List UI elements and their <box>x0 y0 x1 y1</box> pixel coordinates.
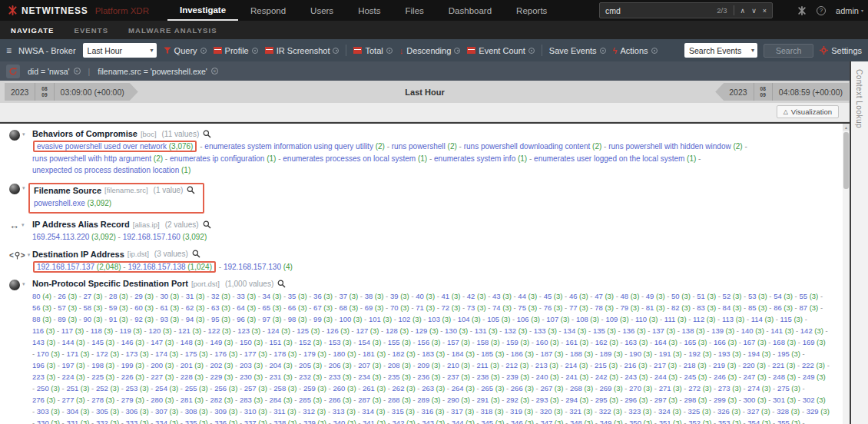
value-count[interactable]: (3) <box>608 338 618 346</box>
value-count[interactable]: (3) <box>434 384 445 393</box>
port-value-item[interactable]: 229 (3) <box>210 373 233 381</box>
port-value[interactable]: 33 <box>237 292 245 300</box>
port-value-item[interactable]: 97 (3) <box>263 315 282 323</box>
port-value-item[interactable]: 51 (3) <box>697 292 716 300</box>
port-value-item[interactable]: 342 (3) <box>393 419 416 424</box>
value-count[interactable]: (3) <box>311 338 322 346</box>
port-value[interactable]: 168 <box>773 338 785 346</box>
scroll-up-icon[interactable]: ▲ <box>843 124 850 131</box>
value-count[interactable]: (3) <box>197 349 207 358</box>
port-value[interactable]: 247 <box>744 373 756 381</box>
port-value[interactable]: 122 <box>208 326 220 335</box>
port-value-item[interactable]: 135 (3) <box>593 326 616 335</box>
port-value[interactable]: 129 <box>416 326 428 335</box>
port-value-item[interactable]: 75 (3) <box>518 303 537 312</box>
port-value-item[interactable]: 355 (3) <box>777 419 800 424</box>
port-value-item[interactable]: 310 (3) <box>244 407 267 416</box>
port-value-item[interactable]: 233 (3) <box>329 373 352 381</box>
port-value-item[interactable]: 37 (3) <box>339 292 358 300</box>
value-count[interactable]: (3) <box>449 292 460 300</box>
port-value[interactable]: 228 <box>181 373 193 381</box>
value-count[interactable]: (3) <box>296 303 306 312</box>
remove-filter-icon[interactable]: × <box>211 68 218 75</box>
port-value[interactable]: 320 <box>540 407 552 416</box>
value-count[interactable]: (3) <box>163 361 174 369</box>
port-value[interactable]: 286 <box>329 396 341 404</box>
value-count[interactable]: (3) <box>370 361 381 369</box>
port-value-item[interactable]: 100 (3) <box>339 315 362 323</box>
port-value-item[interactable]: 304 (3) <box>66 407 89 416</box>
port-value[interactable]: 75 <box>518 303 526 312</box>
port-value-item[interactable]: 209 (3) <box>417 361 440 369</box>
port-value[interactable]: 82 <box>671 303 680 312</box>
value-count[interactable]: (3) <box>666 361 677 369</box>
value-count[interactable]: (3) <box>286 419 297 424</box>
port-value[interactable]: 341 <box>363 419 375 424</box>
port-value-item[interactable]: 321 (3) <box>569 407 592 416</box>
value-count[interactable]: (3) <box>400 338 411 346</box>
meta-value-item[interactable]: 192.168.157.160 (3,092) <box>123 233 207 241</box>
port-value-item[interactable]: 223 (3) <box>32 373 55 381</box>
end-time-segment[interactable]: 2023 08 09 04:08:59 (+00:00) <box>715 83 849 101</box>
port-value-item[interactable]: 184 (3) <box>452 349 475 358</box>
port-value[interactable]: 196 <box>32 361 45 369</box>
value-count[interactable]: (3) <box>734 315 744 323</box>
port-value-item[interactable]: 198 (3) <box>91 361 114 369</box>
value-count[interactable]: (2) <box>373 142 385 151</box>
port-value-item[interactable]: 265 (3) <box>481 384 504 393</box>
port-value[interactable]: 65 <box>263 303 271 312</box>
value-count[interactable]: (3) <box>523 384 534 393</box>
port-value-item[interactable]: 253 (3) <box>126 384 149 393</box>
port-value-item[interactable]: 208 (3) <box>388 361 411 369</box>
port-value[interactable]: 46 <box>569 292 578 300</box>
value-count[interactable]: (3) <box>167 407 178 416</box>
value-count[interactable]: (3) <box>475 292 485 300</box>
port-value[interactable]: 263 <box>422 384 434 393</box>
port-value[interactable]: 30 <box>160 292 168 300</box>
nav-item-respond[interactable]: Respond <box>238 0 298 21</box>
port-value[interactable]: 303 <box>37 407 49 416</box>
port-value-item[interactable]: 148 (3) <box>181 338 204 346</box>
port-value-item[interactable]: 46 (3) <box>569 292 588 300</box>
port-value[interactable]: 110 <box>635 315 647 323</box>
value-count[interactable]: (3) <box>281 361 292 369</box>
value-count[interactable]: (3) <box>755 361 766 369</box>
meta-value[interactable]: enumerates processes on local system <box>283 154 416 163</box>
port-value-item[interactable]: 106 (3) <box>517 315 540 323</box>
value-count[interactable]: (3) <box>782 303 793 312</box>
port-value-item[interactable]: 284 (3) <box>270 396 293 404</box>
port-value-item[interactable]: 349 (3) <box>600 419 623 424</box>
port-value-item[interactable]: 171 (3) <box>66 349 89 358</box>
value-count[interactable]: (3) <box>492 407 503 416</box>
value-count[interactable]: (3) <box>252 396 263 404</box>
port-value[interactable]: 61 <box>160 303 168 312</box>
meta-value-item[interactable]: enumerates system information using quer… <box>204 142 385 151</box>
port-value-item[interactable]: 244 (3) <box>654 373 678 381</box>
port-value[interactable]: 85 <box>748 303 757 312</box>
port-value-item[interactable]: 313 (3) <box>333 407 356 416</box>
chevron-down-icon[interactable]: ▾ <box>22 131 25 137</box>
port-value[interactable]: 178 <box>273 349 286 358</box>
port-value[interactable]: 251 <box>66 384 78 393</box>
value-count[interactable]: (3) <box>45 396 55 404</box>
port-value-item[interactable]: 194 (3) <box>747 349 770 358</box>
port-value[interactable]: 288 <box>388 396 400 404</box>
port-value[interactable]: 128 <box>386 326 398 335</box>
value-count[interactable]: (3) <box>588 315 599 323</box>
port-value-item[interactable]: 295 (3) <box>595 396 618 404</box>
port-value[interactable]: 106 <box>517 315 529 323</box>
port-value-item[interactable]: 150 (3) <box>240 338 263 346</box>
port-value[interactable]: 339 <box>303 419 316 424</box>
port-value[interactable]: 309 <box>214 407 227 416</box>
value-count[interactable]: (3) <box>493 349 504 358</box>
port-value[interactable]: 234 <box>358 373 370 381</box>
value-count[interactable]: (3) <box>340 361 351 369</box>
port-value[interactable]: 293 <box>536 396 548 404</box>
port-value[interactable]: 70 <box>390 303 399 312</box>
port-value-item[interactable]: 112 (3) <box>693 315 715 323</box>
port-value[interactable]: 226 <box>121 373 134 381</box>
value-count[interactable]: (3) <box>381 315 392 323</box>
port-value-item[interactable]: 294 (3) <box>565 396 588 404</box>
value-count[interactable]: (3) <box>486 326 497 335</box>
port-value[interactable]: 340 <box>333 419 345 424</box>
